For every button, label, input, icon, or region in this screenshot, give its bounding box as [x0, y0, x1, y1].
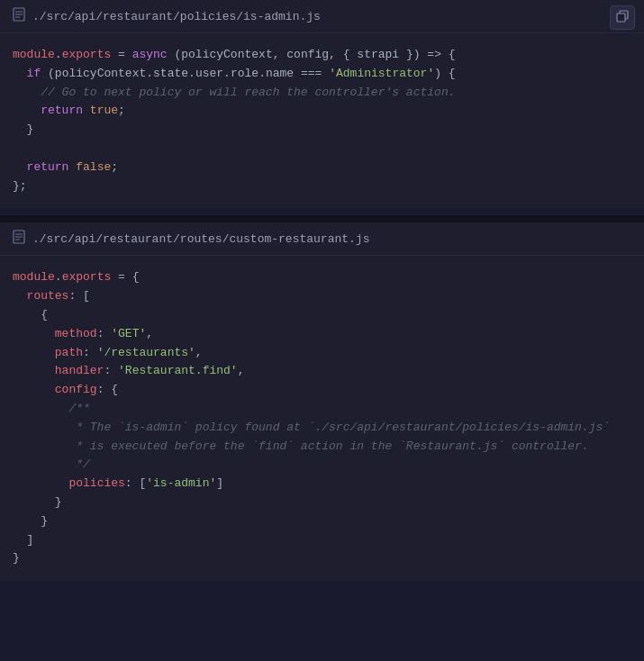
copy-button[interactable]: [610, 5, 635, 30]
code-content: module.exports = { routes: [ { method: '…: [0, 256, 644, 581]
code-line: /**: [13, 400, 631, 419]
file-header: ./src/api/restaurant/routes/custom-resta…: [0, 222, 644, 256]
file-path: ./src/api/restaurant/routes/custom-resta…: [32, 232, 369, 246]
code-line: * is executed before the `find` action i…: [13, 438, 631, 457]
code-line: policies: ['is-admin']: [13, 475, 631, 493]
code-block-block-custom-restaurant: ./src/api/restaurant/routes/custom-resta…: [0, 222, 644, 581]
code-line: return true;: [13, 102, 631, 121]
file-icon: [13, 7, 25, 25]
code-line: * The `is-admin` policy found at `./src/…: [13, 419, 631, 438]
code-line: method: 'GET',: [13, 325, 631, 344]
code-line: path: '/restaurants',: [13, 344, 631, 363]
code-line: */: [13, 456, 631, 475]
code-line: {: [13, 306, 631, 325]
file-icon: [13, 230, 25, 248]
code-line: };: [13, 177, 631, 196]
code-line: if (policyContext.state.user.role.name =…: [13, 65, 631, 84]
file-header: ./src/api/restaurant/policies/is-admin.j…: [0, 0, 644, 33]
code-content: module.exports = async (policyContext, c…: [0, 33, 644, 208]
code-block-block-is-admin: ./src/api/restaurant/policies/is-admin.j…: [0, 0, 644, 208]
code-line: module.exports = async (policyContext, c…: [13, 46, 631, 65]
code-line: }: [13, 121, 631, 140]
code-line: }: [13, 493, 631, 512]
block-separator: [0, 215, 644, 222]
code-line: ]: [13, 531, 631, 550]
file-path: ./src/api/restaurant/policies/is-admin.j…: [32, 10, 321, 23]
code-line: // Go to next policy or will reach the c…: [13, 84, 631, 103]
code-line: handler: 'Restaurant.find',: [13, 362, 631, 381]
code-line: config: {: [13, 381, 631, 400]
code-line: return false;: [13, 158, 631, 177]
code-editor: ./src/api/restaurant/policies/is-admin.j…: [0, 0, 644, 581]
code-line: }: [13, 512, 631, 531]
svg-rect-5: [617, 14, 625, 22]
code-line: }: [13, 549, 631, 568]
code-line: routes: [: [13, 287, 631, 306]
code-line: module.exports = {: [13, 268, 631, 287]
